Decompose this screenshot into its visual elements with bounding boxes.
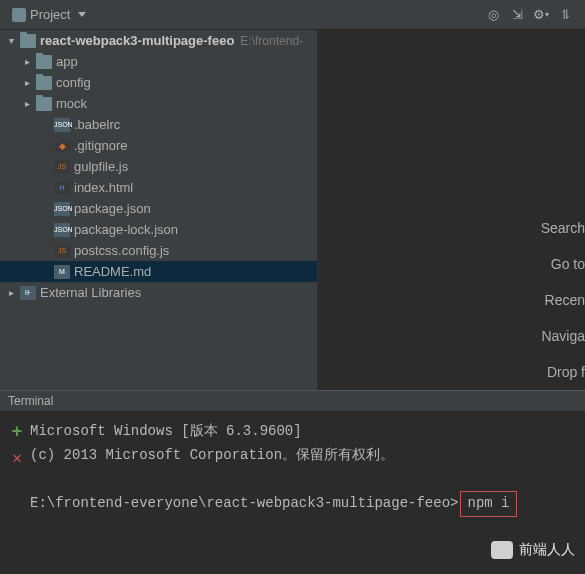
watermark-text: 前端人人 xyxy=(519,541,575,559)
root-path: E:\frontend- xyxy=(240,34,303,48)
folder-label: config xyxy=(56,75,91,90)
tip-recent: Recen xyxy=(318,282,585,318)
md-file-icon: M xyxy=(54,265,70,279)
file-label: package.json xyxy=(74,201,151,216)
tree-file[interactable]: JSON package.json xyxy=(0,198,317,219)
root-name: react-webpack3-multipage-feeo xyxy=(40,33,234,48)
file-label: README.md xyxy=(74,264,151,279)
tree-file[interactable]: H index.html xyxy=(0,177,317,198)
project-dropdown[interactable]: Project xyxy=(6,5,92,24)
file-label: .babelrc xyxy=(74,117,120,132)
tree-file[interactable]: JS gulpfile.js xyxy=(0,156,317,177)
tree-folder[interactable]: mock xyxy=(0,93,317,114)
tree-file[interactable]: JSON package-lock.json xyxy=(0,219,317,240)
library-icon: ⊪ xyxy=(20,286,36,300)
expand-arrow-icon[interactable] xyxy=(6,35,16,46)
js-file-icon: JS xyxy=(54,160,70,174)
target-icon[interactable]: ◎ xyxy=(485,7,501,23)
watermark: 前端人人 xyxy=(491,541,575,559)
terminal-prompt: E:\frontend-everyone\react-webpack3-mult… xyxy=(30,495,458,511)
terminal-line: Microsoft Windows [版本 6.3.9600] xyxy=(30,420,581,444)
wechat-icon xyxy=(491,541,513,559)
tree-file-selected[interactable]: M README.md xyxy=(0,261,317,282)
tree-file[interactable]: JSON .babelrc xyxy=(0,114,317,135)
json-file-icon: JSON xyxy=(54,118,70,132)
json-file-icon: JSON xyxy=(54,202,70,216)
libs-label: External Libraries xyxy=(40,285,141,300)
external-libraries[interactable]: ⊪ External Libraries xyxy=(0,282,317,303)
file-label: .gitignore xyxy=(74,138,127,153)
folder-icon xyxy=(36,76,52,90)
close-terminal-icon[interactable]: ✕ xyxy=(12,448,22,468)
expand-arrow-icon[interactable] xyxy=(22,56,32,67)
folder-label: mock xyxy=(56,96,87,111)
folder-icon xyxy=(36,97,52,111)
git-file-icon: ◆ xyxy=(54,139,70,153)
add-terminal-icon[interactable]: + xyxy=(12,422,23,442)
file-label: package-lock.json xyxy=(74,222,178,237)
tip-search: Search xyxy=(318,210,585,246)
tip-goto: Go to xyxy=(318,246,585,282)
toolbar-actions: ◎ ⇲ ⚙▾ ⥮ xyxy=(485,7,579,23)
tree-root[interactable]: react-webpack3-multipage-feeo E:\fronten… xyxy=(0,30,317,51)
file-label: gulpfile.js xyxy=(74,159,128,174)
json-file-icon: JSON xyxy=(54,223,70,237)
expand-arrow-icon[interactable] xyxy=(22,77,32,88)
tree-file[interactable]: ◆ .gitignore xyxy=(0,135,317,156)
gear-icon[interactable]: ⚙▾ xyxy=(533,7,549,23)
terminal-prompt-line: E:\frontend-everyone\react-webpack3-mult… xyxy=(30,491,581,517)
project-icon xyxy=(12,8,26,22)
toolbar: Project ◎ ⇲ ⚙▾ ⥮ xyxy=(0,0,585,30)
chevron-down-icon xyxy=(78,12,86,17)
file-label: index.html xyxy=(74,180,133,195)
terminal-command: npm i xyxy=(460,491,516,517)
terminal-gutter: + ✕ xyxy=(4,420,30,570)
tree-folder[interactable]: config xyxy=(0,72,317,93)
editor-empty-tips: Search Go to Recen Naviga Drop f xyxy=(318,30,585,390)
terminal-line: (c) 2013 Microsoft Corporation。保留所有权利。 xyxy=(30,444,581,468)
collapse-icon[interactable]: ⇲ xyxy=(509,7,525,23)
tree-file[interactable]: JS postcss.config.js xyxy=(0,240,317,261)
js-file-icon: JS xyxy=(54,244,70,258)
hide-icon[interactable]: ⥮ xyxy=(557,7,573,23)
expand-arrow-icon[interactable] xyxy=(6,287,16,298)
tree-folder[interactable]: app xyxy=(0,51,317,72)
project-tree[interactable]: react-webpack3-multipage-feeo E:\fronten… xyxy=(0,30,318,390)
tip-drop: Drop f xyxy=(318,354,585,390)
project-label: Project xyxy=(30,7,70,22)
html-file-icon: H xyxy=(54,181,70,195)
folder-label: app xyxy=(56,54,78,69)
folder-icon xyxy=(20,34,36,48)
terminal-tab[interactable]: Terminal xyxy=(0,390,585,412)
terminal-title: Terminal xyxy=(8,394,53,408)
folder-icon xyxy=(36,55,52,69)
file-label: postcss.config.js xyxy=(74,243,169,258)
tip-navigate: Naviga xyxy=(318,318,585,354)
expand-arrow-icon[interactable] xyxy=(22,98,32,109)
